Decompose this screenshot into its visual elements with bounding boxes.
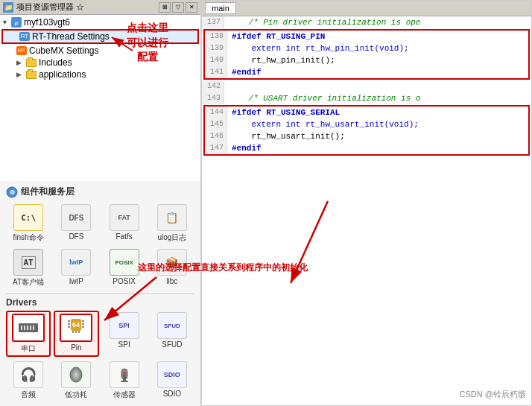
comp-item-dfs[interactable]: DFS DFS bbox=[54, 203, 98, 244]
driver-item-uart[interactable]: 串口 bbox=[6, 311, 51, 357]
drivers-header: Drivers bbox=[6, 297, 194, 308]
libc-icon-box: 📦 bbox=[157, 249, 187, 276]
comp-item-lwip[interactable]: lwIP lwIP bbox=[54, 247, 98, 289]
spi-icon-box: SPI bbox=[110, 312, 139, 339]
sensor-icon-box bbox=[110, 361, 139, 388]
code-line-141: 141 #endif bbox=[205, 66, 528, 78]
tree-view: ▼ μ myf103vgt6 RT RT-Thread Settings MX … bbox=[0, 15, 200, 181]
driver-item-pin[interactable]: 64 Pin bbox=[54, 311, 98, 357]
tb-btn-3[interactable]: ✕ bbox=[186, 2, 197, 13]
tree-item-applications[interactable]: ▶ applications bbox=[0, 69, 200, 80]
line-code-147: #endif bbox=[227, 142, 528, 154]
lwip-icon: lwIP bbox=[69, 258, 83, 266]
ulog-icon-box: 📋 bbox=[157, 204, 187, 231]
at-icon: AT bbox=[22, 256, 36, 269]
svg-rect-13 bbox=[82, 320, 84, 322]
lwip-label: lwIP bbox=[69, 277, 83, 285]
posix-label: POSIX bbox=[113, 277, 136, 285]
comp-item-posix[interactable]: POSIX POSIX bbox=[102, 247, 147, 289]
dfs-label: DFS bbox=[69, 232, 83, 241]
fatfs-icon: FAT bbox=[118, 214, 130, 221]
svg-rect-6 bbox=[30, 326, 31, 330]
driver-grid: 串口 64 bbox=[6, 311, 194, 402]
svg-text:⚙: ⚙ bbox=[10, 189, 15, 196]
lowpower-icon-box bbox=[61, 361, 91, 388]
spi-icon: SPI bbox=[118, 322, 130, 329]
code-tab-label[interactable]: main bbox=[205, 2, 236, 14]
line-num-147: 147 bbox=[205, 142, 227, 154]
component-grid: C:\ finsh命令 DFS DFS FAT Fatfs bbox=[6, 203, 194, 289]
root-label: myf103vgt6 bbox=[24, 17, 70, 28]
line-code-141: #endif bbox=[227, 66, 528, 78]
applications-label: applications bbox=[39, 69, 86, 80]
folder-applications-icon bbox=[25, 69, 37, 80]
line-num-141: 141 bbox=[205, 66, 227, 78]
code-line-137: 137 /* Pin driver initialization is ope bbox=[202, 16, 531, 28]
tree-root[interactable]: ▼ μ myf103vgt6 bbox=[0, 16, 200, 28]
driver-item-spi[interactable]: SPI SPI bbox=[102, 311, 147, 357]
driver-item-audio[interactable]: 🎧 音频 bbox=[6, 360, 51, 402]
svg-rect-3 bbox=[21, 326, 22, 330]
audio-icon: 🎧 bbox=[20, 367, 37, 383]
code-area[interactable]: 137 /* Pin driver initialization is ope … bbox=[202, 16, 531, 405]
driver-item-sensor[interactable]: 传感器 bbox=[102, 360, 147, 402]
line-code-142 bbox=[224, 80, 531, 92]
kw-extern-145: extern int rt_hw_usart_init(void); bbox=[232, 120, 419, 129]
comp-item-ulog[interactable]: 📋 ulog日志 bbox=[150, 203, 194, 244]
svg-rect-11 bbox=[68, 323, 70, 325]
arrow-includes: ▶ bbox=[16, 59, 25, 66]
kw-144: #ifdef RT_USING_SERIAL bbox=[232, 108, 340, 117]
lowpower-icon bbox=[67, 366, 85, 384]
svg-rect-5 bbox=[27, 326, 28, 330]
libc-label: libc bbox=[166, 277, 177, 285]
driver-item-sfud[interactable]: SFUD SFUD bbox=[150, 311, 194, 357]
line-num-139: 139 bbox=[205, 42, 227, 54]
svg-rect-16 bbox=[72, 331, 74, 333]
line-num-146: 146 bbox=[205, 130, 227, 142]
driver-item-lowpower[interactable]: 低功耗 bbox=[54, 360, 98, 402]
svg-rect-4 bbox=[24, 326, 25, 330]
comp-item-fatfs[interactable]: FAT Fatfs bbox=[102, 203, 147, 244]
arrow-applications: ▶ bbox=[16, 71, 25, 78]
line-code-144: #ifdef RT_USING_SERIAL bbox=[227, 107, 528, 118]
line-num-142: 142 bbox=[202, 80, 224, 92]
svg-point-25 bbox=[123, 372, 126, 375]
line-code-137: /* Pin driver initialization is ope bbox=[224, 16, 531, 28]
comp-item-finsh[interactable]: C:\ finsh命令 bbox=[6, 203, 51, 244]
tree-item-rtthread[interactable]: RT RT-Thread Settings bbox=[1, 29, 199, 44]
comp-item-libc[interactable]: 📦 libc bbox=[150, 247, 194, 289]
line-code-143: /* USART driver initialization is o bbox=[224, 92, 531, 104]
tb-btn-1[interactable]: ⊠ bbox=[159, 2, 171, 13]
tree-item-cubemx[interactable]: MX CubeMX Settings bbox=[0, 45, 200, 57]
sdio-icon: SDIO bbox=[164, 371, 180, 378]
svg-rect-18 bbox=[78, 331, 80, 333]
rtthread-label: RT-Thread Settings bbox=[32, 31, 110, 42]
comp-item-at[interactable]: AT AT客户端 bbox=[6, 247, 51, 289]
tb-btn-2[interactable]: ▽ bbox=[172, 2, 184, 13]
line-num-138: 138 bbox=[205, 31, 227, 42]
uart-label: 串口 bbox=[21, 343, 36, 354]
svg-rect-24 bbox=[121, 381, 128, 382]
posix-icon-box: POSIX bbox=[110, 249, 139, 276]
line-code-138: #ifdef RT_USING_PIN bbox=[227, 31, 528, 42]
code-line-146: 146 rt_hw_usart_init(); bbox=[205, 130, 528, 142]
driver-item-sdio[interactable]: SDIO SDIO bbox=[150, 360, 194, 402]
code-line-138: 138 #ifdef RT_USING_PIN bbox=[205, 31, 528, 42]
panel-title: 项目资源管理器 ☆ bbox=[16, 1, 84, 13]
tree-arrow-root: ▼ bbox=[1, 19, 10, 26]
line-num-144: 144 bbox=[205, 107, 227, 118]
svg-point-21 bbox=[75, 372, 77, 377]
svg-rect-17 bbox=[75, 331, 77, 333]
highlighted-code-block: 138 #ifdef RT_USING_PIN 139 extern int r… bbox=[203, 29, 530, 80]
audio-label: 音频 bbox=[21, 390, 36, 400]
component-section-header: ⚙ 组件和服务层 bbox=[6, 185, 194, 198]
code-line-143: 143 /* USART driver initialization is o bbox=[202, 92, 531, 104]
titlebar-buttons: ⊠ ▽ ✕ bbox=[159, 2, 197, 13]
drivers-label: Drivers bbox=[6, 297, 37, 308]
line-num-145: 145 bbox=[205, 118, 227, 130]
tree-item-includes[interactable]: ▶ Includes bbox=[0, 57, 200, 69]
svg-rect-12 bbox=[68, 326, 70, 328]
line-num-143: 143 bbox=[202, 92, 224, 104]
svg-rect-7 bbox=[33, 326, 34, 330]
line-code-146: rt_hw_usart_init(); bbox=[227, 130, 528, 142]
